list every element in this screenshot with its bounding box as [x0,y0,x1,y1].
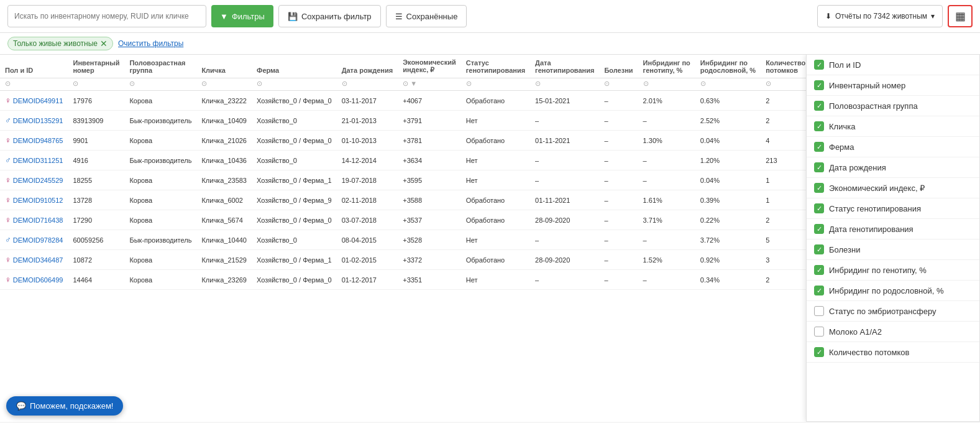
checkbox-icon: ✓ [814,183,824,193]
table-row[interactable]: ♂ DEMOID311251 4916 Бык-производитель Кл… [0,151,806,170]
cell-diseases: – [599,190,638,210]
cell-diseases: – [599,270,638,290]
checkbox-icon [814,306,824,316]
dropdown-item-label: Инвентарный номер [829,81,905,90]
save-filter-icon: 💾 [288,12,298,21]
cell-genotype-date: 28-09-2020 [530,250,599,270]
animal-id[interactable]: DEMOID135291 [13,117,63,124]
cell-sex-id: ♂ DEMOID311251 [0,151,68,170]
animal-id[interactable]: DEMOID346487 [13,256,63,264]
cell-inventory: 10872 [68,250,124,270]
dropdown-item[interactable]: ✓ Статус генотипирования [807,198,979,219]
table-row[interactable]: ♀ DEMOID910512 13728 Корова Кличка_6002 … [0,190,806,210]
dropdown-item[interactable]: ✓ Инбридинг по родословной, % [807,281,979,301]
table-row[interactable]: ♀ DEMOID716438 17290 Корова Кличка_5674 … [0,210,806,230]
dropdown-item-label: Статус генотипирования [829,204,921,213]
cell-age-group: Корова [124,270,196,290]
dropdown-item[interactable]: ✓ Болезни [807,239,979,260]
dropdown-item-label: Половозрастная группа [829,101,918,111]
table-header-row: Пол и ID Инвентарныйномер Половозрастная… [0,55,806,78]
animal-id[interactable]: DEMOID716438 [13,216,63,224]
cell-diseases: – [599,250,638,270]
table-row[interactable]: ♀ DEMOID245529 18255 Корова Кличка_23583… [0,170,806,190]
cell-birth-date: 08-04-2015 [337,230,398,250]
cell-offspring: 213 [761,151,806,170]
animal-id[interactable]: DEMOID649911 [13,97,63,105]
animal-id[interactable]: DEMOID245529 [13,177,63,184]
dropdown-item[interactable]: ✓ Половозрастная группа [807,96,979,116]
chat-bubble[interactable]: 💬 Поможем, подскажем! [6,396,123,416]
sex-icon: ♀ [5,96,11,105]
sex-icon: ♀ [5,275,11,284]
cell-inbreeding-pedigree: 3.72% [695,230,761,250]
cell-offspring: 4 [761,131,806,151]
cell-birth-date: 01-02-2015 [337,250,398,270]
dropdown-item[interactable]: ✓ Ферма [807,137,979,157]
checkbox-icon: ✓ [814,142,824,152]
cell-genotype-date: – [530,170,599,190]
dropdown-item[interactable]: Молоко А1/А2 [807,322,979,342]
dropdown-item[interactable]: ✓ Кличка [807,116,979,137]
dropdown-item[interactable]: ✓ Дата генотипирования [807,219,979,239]
dropdown-item[interactable]: Статус по эмбриотрансферу [807,301,979,322]
animal-id[interactable]: DEMOID948765 [13,137,63,144]
filter-button[interactable]: ▼ Фильтры [211,5,273,27]
col-sex-id: Пол и ID [0,55,68,78]
checkbox-icon: ✓ [814,121,824,131]
cell-offspring: 2 [761,111,806,131]
animal-id[interactable]: DEMOID978284 [13,236,63,244]
cell-eco-index: +3528 [398,230,461,250]
dropdown-item[interactable]: ✓ Инбридинг по генотипу, % [807,260,979,281]
animal-id[interactable]: DEMOID606499 [13,276,63,284]
saved-label: Сохранённые [406,12,458,21]
subh-farm: ⊙ [252,78,337,91]
cell-inventory: 4916 [68,151,124,170]
cell-age-group: Корова [124,190,196,210]
cell-offspring: 1 [761,170,806,190]
subh-eco-index: ⊙ ▼ [398,78,461,91]
cell-genotype-date: – [530,230,599,250]
table-row[interactable]: ♂ DEMOID135291 83913909 Бык-производител… [0,111,806,131]
cell-diseases: – [599,151,638,170]
chat-icon: 💬 [16,401,26,411]
animal-id[interactable]: DEMOID311251 [13,157,63,164]
active-filter-tag[interactable]: Только живые животные ✕ [7,37,113,50]
col-eco-index: Экономическийиндекс, ₽ [398,55,461,78]
cell-inbreeding-pedigree: 0.22% [695,210,761,230]
animal-id[interactable]: DEMOID910512 [13,197,63,204]
dropdown-item[interactable]: ✓ Инвентарный номер [807,75,979,96]
table-row[interactable]: ♀ DEMOID649911 17976 Корова Кличка_23222… [0,91,806,111]
table-row[interactable]: ♀ DEMOID948765 9901 Корова Кличка_21026 … [0,131,806,151]
dropdown-item[interactable]: ✓ Количество потомков [807,342,979,363]
table-container[interactable]: Пол и ID Инвентарныйномер Половозрастная… [0,55,806,422]
saved-button[interactable]: ☰ Сохранённые [386,5,467,27]
cell-inbreeding-genotype: – [638,170,695,190]
dropdown-item[interactable]: ✓ Экономический индекс, ₽ [807,178,979,198]
table-row[interactable]: ♀ DEMOID346487 10872 Корова Кличка_21529… [0,250,806,270]
remove-filter-icon[interactable]: ✕ [100,39,108,49]
col-inbreeding-pedigree: Инбридинг породословной, % [695,55,761,78]
cell-sex-id: ♀ DEMOID606499 [0,270,68,290]
save-filter-button[interactable]: 💾 Сохранить фильтр [278,5,381,27]
cell-inventory: 17976 [68,91,124,111]
cell-inventory: 60059256 [68,230,124,250]
table-row[interactable]: ♀ DEMOID606499 14464 Корова Кличка_23269… [0,270,806,290]
cell-nickname: Кличка_21026 [196,131,252,151]
columns-button[interactable]: ▦ [948,5,973,27]
report-button[interactable]: ⬇ Отчёты по 7342 животным ▾ [817,5,943,27]
column-dropdown-panel: ✓ Пол и ID ✓ Инвентарный номер ✓ Половоз… [806,55,980,422]
report-label: Отчёты по 7342 животным [835,12,927,21]
cell-genotype-date: – [530,111,599,131]
clear-filters-button[interactable]: Очистить фильтры [118,39,183,48]
col-farm: Ферма [252,55,337,78]
checkbox-icon: ✓ [814,80,824,90]
animals-table: Пол и ID Инвентарныйномер Половозрастная… [0,55,806,290]
search-input[interactable] [7,5,206,27]
cell-genotype-status: Нет [461,111,530,131]
cell-inventory: 13728 [68,190,124,210]
filter-icon: ▼ [220,12,228,21]
dropdown-item[interactable]: ✓ Дата рождения [807,157,979,178]
dropdown-item[interactable]: ✓ Пол и ID [807,55,979,75]
dropdown-item-label: Пол и ID [829,60,861,70]
table-row[interactable]: ♂ DEMOID978284 60059256 Бык-производител… [0,230,806,250]
